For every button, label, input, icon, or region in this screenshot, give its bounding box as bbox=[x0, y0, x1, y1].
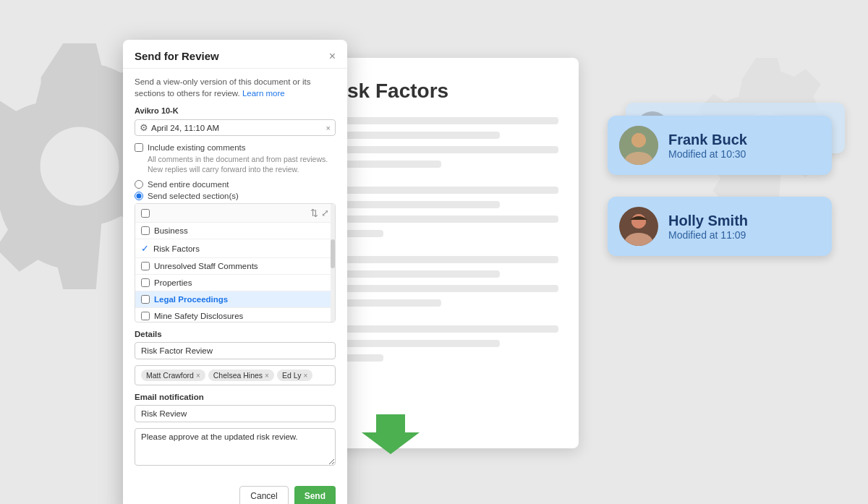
frank-buck-name: Frank Buck bbox=[668, 132, 747, 148]
include-comments-label[interactable]: Include existing comments bbox=[148, 143, 246, 152]
remove-ed-button[interactable]: × bbox=[303, 372, 307, 380]
filter-icon: ⚙ bbox=[140, 122, 148, 133]
section-list: ⇅ ⤢ Business ✓ Risk Factors Unresolved S… bbox=[135, 203, 336, 323]
scrollbar-track bbox=[331, 204, 335, 322]
close-button[interactable]: × bbox=[329, 51, 336, 62]
modal-description: Send a view-only version of this documen… bbox=[135, 76, 336, 99]
unresolved-label: Unresolved Staff Comments bbox=[154, 262, 258, 270]
email-notification-label: Email notification bbox=[135, 393, 336, 401]
include-comments-checkbox[interactable] bbox=[135, 143, 143, 152]
frank-buck-time: Modified at 10:30 bbox=[668, 148, 747, 160]
date-tag-value: April 24, 11:10 AM bbox=[151, 124, 323, 132]
frank-buck-info: Frank Buck Modified at 10:30 bbox=[668, 132, 747, 160]
send-selected-row: Send selected section(s) bbox=[135, 192, 336, 200]
document-section-label: Avikro 10-K bbox=[135, 106, 336, 115]
cancel-button[interactable]: Cancel bbox=[239, 486, 288, 504]
arrow-icon bbox=[347, 407, 420, 468]
modal-footer: Cancel Send bbox=[123, 486, 347, 504]
checkmark-icon: ✓ bbox=[141, 243, 149, 254]
send-review-modal: Send for Review × Send a view-only versi… bbox=[123, 40, 347, 504]
remove-chelsea-button[interactable]: × bbox=[265, 372, 269, 380]
mine-safety-checkbox[interactable] bbox=[141, 312, 150, 320]
reviewer-name-matt: Matt Crawford bbox=[146, 371, 194, 380]
email-body-textarea[interactable]: Please approve at the updated risk revie… bbox=[135, 428, 336, 466]
business-checkbox[interactable] bbox=[141, 226, 150, 235]
reviewer-tag-ed: Ed Ly × bbox=[277, 370, 312, 381]
section-item-properties[interactable]: Properties bbox=[135, 275, 335, 291]
send-button[interactable]: Send bbox=[294, 486, 336, 504]
svg-point-5 bbox=[631, 133, 646, 148]
unresolved-checkbox[interactable] bbox=[141, 262, 150, 270]
section-item-risk-factors[interactable]: ✓ Risk Factors bbox=[135, 239, 335, 258]
modal-header: Send for Review × bbox=[123, 40, 347, 69]
section-item-unresolved[interactable]: Unresolved Staff Comments bbox=[135, 258, 335, 275]
holly-smith-name: Holly Smith bbox=[668, 213, 748, 229]
email-subject-input[interactable] bbox=[135, 405, 336, 422]
learn-more-link[interactable]: Learn more bbox=[242, 89, 285, 98]
send-selected-radio[interactable] bbox=[135, 192, 143, 200]
details-label: Details bbox=[135, 330, 336, 338]
remove-matt-button[interactable]: × bbox=[196, 372, 200, 380]
date-tag-clear[interactable]: × bbox=[326, 124, 331, 132]
section-item-business[interactable]: Business bbox=[135, 223, 335, 239]
reviewer-name-ed: Ed Ly bbox=[282, 371, 301, 380]
send-entire-row: Send entire document bbox=[135, 180, 336, 189]
section-list-header: ⇅ ⤢ bbox=[135, 204, 335, 223]
include-comments-row: Include existing comments bbox=[135, 143, 336, 152]
section-item-mine-safety[interactable]: Mine Safety Disclosures bbox=[135, 308, 335, 323]
legal-checkbox[interactable] bbox=[141, 295, 150, 304]
expand-icon[interactable]: ⤢ bbox=[321, 208, 329, 218]
avatar-holly-smith bbox=[619, 207, 658, 246]
section-item-legal[interactable]: Legal Proceedings bbox=[135, 291, 335, 308]
reviewer-cards: Matt Lin Modified at 10:30 Frank Buck bbox=[608, 116, 832, 265]
modal-title: Send for Review bbox=[135, 50, 219, 62]
holly-smith-time: Modified at 11:09 bbox=[668, 229, 748, 241]
background: m 1A. Risk Factors bbox=[0, 0, 868, 504]
scrollbar-thumb[interactable] bbox=[331, 239, 335, 268]
send-selected-label[interactable]: Send selected section(s) bbox=[148, 192, 239, 200]
comments-info-text: All comments in the document and from pa… bbox=[148, 155, 336, 174]
risk-factors-label: Risk Factors bbox=[153, 244, 200, 253]
sort-icons[interactable]: ⇅ ⤢ bbox=[310, 208, 329, 218]
modal-body: Send a view-only version of this documen… bbox=[123, 69, 347, 486]
holly-smith-info: Holly Smith Modified at 11:09 bbox=[668, 213, 748, 241]
avatar-frank-buck bbox=[619, 126, 658, 165]
reviewer-tag-chelsea: Chelsea Hines × bbox=[208, 370, 274, 381]
send-entire-label[interactable]: Send entire document bbox=[148, 180, 229, 189]
legal-label: Legal Proceedings bbox=[154, 295, 228, 304]
select-all-checkbox[interactable] bbox=[141, 209, 150, 218]
review-name-input[interactable] bbox=[135, 342, 336, 359]
reviewer-tag-matt: Matt Crawford × bbox=[141, 370, 205, 381]
reviewer-name-chelsea: Chelsea Hines bbox=[213, 371, 263, 380]
sort-up-icon[interactable]: ⇅ bbox=[310, 208, 318, 218]
properties-checkbox[interactable] bbox=[141, 278, 150, 287]
mine-safety-label: Mine Safety Disclosures bbox=[154, 312, 243, 320]
business-label: Business bbox=[154, 226, 188, 235]
send-entire-radio[interactable] bbox=[135, 180, 143, 189]
properties-label: Properties bbox=[154, 278, 192, 287]
reviewers-field[interactable]: Matt Crawford × Chelsea Hines × Ed Ly × bbox=[135, 365, 336, 385]
date-tag-row: ⚙ April 24, 11:10 AM × bbox=[135, 119, 336, 136]
